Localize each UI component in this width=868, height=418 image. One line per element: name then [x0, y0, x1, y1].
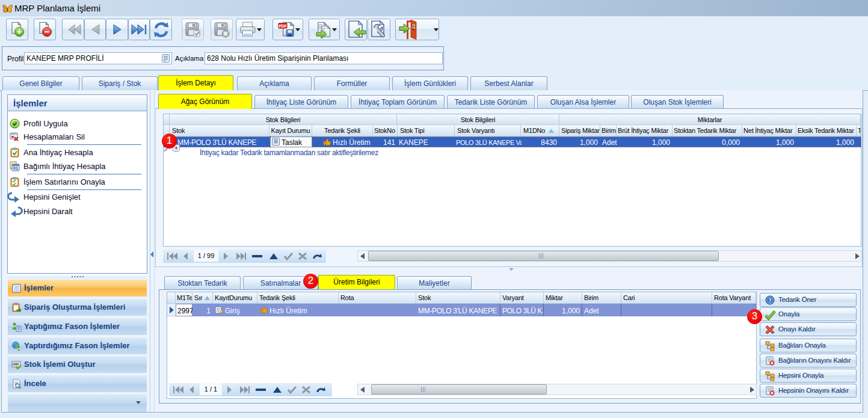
svg-text:01: 01: [13, 166, 18, 170]
svg-text:?: ?: [769, 297, 772, 304]
svg-text:PDF: PDF: [279, 24, 287, 28]
